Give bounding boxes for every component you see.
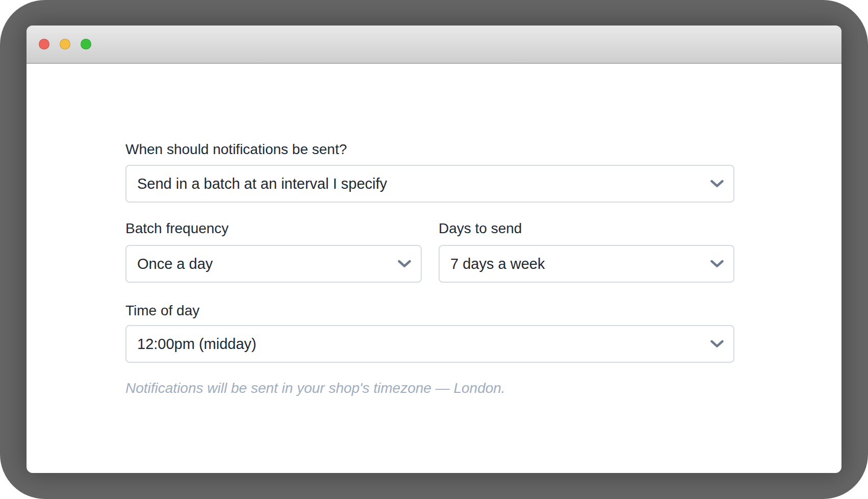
send-interval-label: When should notifications be sent? bbox=[125, 141, 734, 158]
field-days-to-send: Days to send 7 days a week bbox=[439, 220, 734, 283]
close-window-button[interactable] bbox=[39, 39, 49, 49]
chevron-down-icon bbox=[710, 260, 724, 268]
time-of-day-select[interactable]: 12:00pm (midday) bbox=[125, 325, 734, 363]
minimize-window-button[interactable] bbox=[60, 39, 70, 49]
frequency-days-row: Batch frequency Once a day Days to send … bbox=[125, 220, 734, 283]
batch-frequency-label: Batch frequency bbox=[125, 220, 422, 237]
chevron-down-icon bbox=[710, 340, 724, 348]
batch-frequency-select-value: Once a day bbox=[137, 256, 213, 272]
field-batch-frequency: Batch frequency Once a day bbox=[125, 220, 422, 283]
app-window: When should notifications be sent? Send … bbox=[27, 26, 841, 473]
days-to-send-select[interactable]: 7 days a week bbox=[439, 245, 734, 283]
chevron-down-icon bbox=[398, 260, 411, 268]
days-to-send-select-value: 7 days a week bbox=[450, 256, 545, 272]
chevron-down-icon bbox=[710, 180, 724, 188]
zoom-window-button[interactable] bbox=[81, 39, 91, 49]
window-mockup-frame: When should notifications be sent? Send … bbox=[0, 0, 868, 499]
field-time-of-day: Time of day 12:00pm (midday) bbox=[125, 302, 734, 363]
notification-settings-form: When should notifications be sent? Send … bbox=[27, 64, 841, 397]
timezone-helper-text: Notifications will be sent in your shop'… bbox=[125, 380, 734, 397]
days-to-send-label: Days to send bbox=[439, 220, 734, 237]
send-interval-select[interactable]: Send in a batch at an interval I specify bbox=[125, 165, 734, 203]
field-send-interval: When should notifications be sent? Send … bbox=[125, 141, 734, 203]
send-interval-select-value: Send in a batch at an interval I specify bbox=[137, 176, 387, 192]
time-of-day-label: Time of day bbox=[125, 302, 734, 319]
batch-frequency-select[interactable]: Once a day bbox=[125, 245, 422, 283]
time-of-day-select-value: 12:00pm (midday) bbox=[137, 336, 257, 353]
screenshot-canvas: When should notifications be sent? Send … bbox=[0, 0, 868, 499]
window-titlebar bbox=[27, 26, 841, 64]
